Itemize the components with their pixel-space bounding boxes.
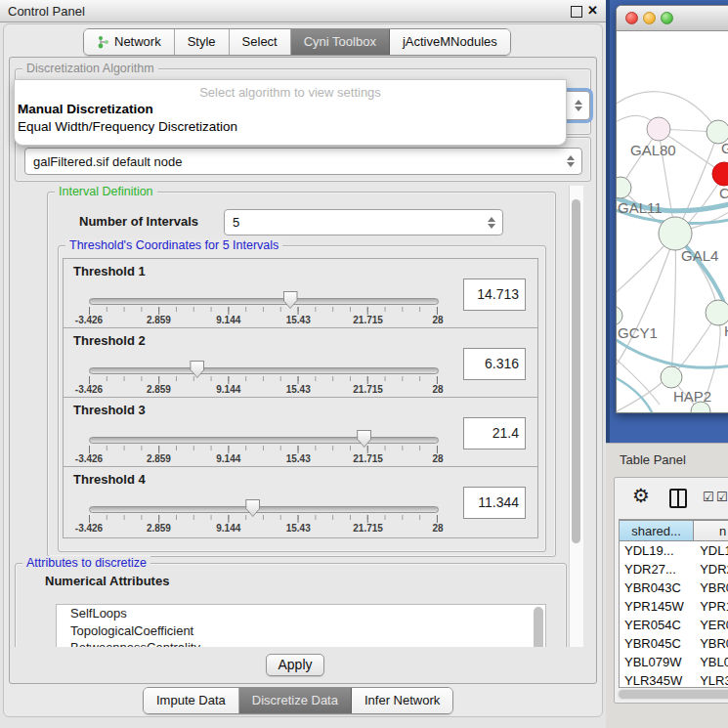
slider-tick-labels: -3.426 2.859 9.144 15.43 21.715 28 — [89, 453, 438, 465]
tick-label: 9.144 — [216, 315, 240, 325]
column-header-shared-name[interactable]: shared... — [620, 520, 694, 541]
threshold-label: Threshold 2 — [73, 333, 146, 348]
minimize-traffic-light-icon[interactable] — [643, 12, 656, 24]
control-panel-title: Control Panel — [8, 4, 85, 19]
slider-tick-labels: -3.426 2.859 9.144 15.43 21.715 28 — [89, 523, 438, 535]
cell: YPR145W — [620, 599, 692, 614]
settings-scrollbar-thumb[interactable] — [572, 199, 580, 543]
tick-label: 2.859 — [147, 315, 171, 325]
node-label-gal80: GAL80 — [630, 142, 676, 158]
tab-infer-network-label: Infer Network — [364, 693, 440, 707]
control-panel-titlebar: Control Panel ✕ — [0, 0, 606, 22]
column-header-name[interactable]: n — [694, 520, 728, 541]
tab-style[interactable]: Style — [175, 29, 230, 55]
table-panel-card: ⚙ ☑ ☑ shared... n YDL19... YDL1 YDR27...… — [614, 477, 728, 704]
table-header-row: shared... n — [620, 520, 728, 541]
tab-cyni-toolbox[interactable]: Cyni Toolbox — [291, 29, 390, 55]
list-item[interactable]: BetweennessCentrality — [57, 639, 545, 647]
tab-impute-data[interactable]: Impute Data — [144, 688, 239, 713]
threshold-row: Threshold 2 -3.426 2.859 9.144 15.43 21.… — [63, 327, 538, 400]
node-gal11[interactable] — [617, 177, 631, 198]
tick-label: 21.715 — [353, 384, 383, 395]
tick-label: 21.715 — [353, 453, 383, 464]
table-data-combobox[interactable]: galFiltered.sif default node — [24, 148, 582, 175]
node-hap2[interactable] — [661, 366, 682, 388]
tab-discretize-data[interactable]: Discretize Data — [239, 688, 352, 713]
slider-track[interactable] — [89, 298, 439, 305]
columns-icon[interactable] — [669, 489, 687, 508]
num-intervals-combobox[interactable]: 5 — [224, 209, 503, 236]
cell: YBR0 — [692, 580, 728, 595]
tab-select[interactable]: Select — [230, 29, 291, 55]
threshold-value-field[interactable]: 21.4 — [463, 417, 526, 450]
list-item[interactable]: SelfLoops — [57, 605, 545, 622]
table-row[interactable]: YDR27... YDR2 — [620, 560, 728, 578]
node-gal4[interactable] — [659, 217, 692, 250]
network-graph: GAL80 G C GAL11 GAL4 GCY1 H HAP2 — [617, 31, 728, 412]
slider-ticks — [89, 307, 438, 315]
slider-ticks — [89, 515, 438, 523]
node-label-gal4: GAL4 — [681, 247, 718, 264]
popup-option-manual-discretization[interactable]: Manual Discretization — [18, 102, 153, 116]
threshold-value-field[interactable]: 6.316 — [463, 348, 526, 380]
cell: YBR0 — [692, 636, 728, 651]
threshold-value-field[interactable]: 14.713 — [463, 278, 526, 311]
tick-label: 28 — [432, 453, 443, 464]
network-window-titlebar[interactable] — [617, 6, 728, 31]
list-item[interactable]: TopologicalCoefficient — [57, 622, 545, 640]
zoom-traffic-light-icon[interactable] — [661, 12, 673, 24]
table-data-selected-value: galFiltered.sif default node — [33, 154, 182, 169]
table-row[interactable]: YBR043C YBR0 — [620, 578, 728, 597]
tab-infer-network[interactable]: Infer Network — [352, 688, 452, 713]
checkbox-icon[interactable]: ☑ — [703, 490, 714, 504]
slider-ticks — [89, 376, 438, 384]
slider-track[interactable] — [89, 506, 439, 513]
table-row[interactable]: YDL19... YDL1 — [620, 541, 728, 560]
apply-button[interactable]: Apply — [266, 654, 324, 676]
tab-cyni-toolbox-label: Cyni Toolbox — [304, 34, 376, 49]
slider-track[interactable] — [89, 367, 439, 374]
table-row[interactable]: YPR145W YPR1 — [620, 597, 728, 616]
threshold-label: Threshold 4 — [73, 472, 146, 487]
tick-label: 21.715 — [353, 315, 383, 325]
table-horizontal-scrollbar-thumb[interactable] — [619, 690, 728, 699]
table-row[interactable]: YBL079W YBL0 — [620, 653, 728, 671]
cell: YDR2 — [692, 562, 728, 577]
threshold-value-field[interactable]: 11.344 — [463, 487, 526, 519]
node-label-partial-g: G — [721, 140, 728, 156]
thresholds-group-label: Threshold's Coordinates for 5 Intervals — [65, 238, 282, 252]
node-gal80[interactable] — [647, 117, 670, 141]
node-label-gcy1: GCY1 — [618, 324, 658, 341]
tick-label: 28 — [432, 315, 443, 325]
tab-network[interactable]: Network — [84, 29, 175, 55]
bottom-tab-bar: Impute Data Discretize Data Infer Networ… — [143, 687, 453, 714]
checkbox-icon[interactable]: ☑ — [716, 490, 728, 504]
popup-option-equal-width-frequency[interactable]: Equal Width/Frequency Discretization — [18, 119, 237, 134]
threshold-label: Threshold 1 — [73, 264, 146, 278]
slider-ticks — [89, 446, 438, 453]
slider-track[interactable] — [89, 437, 439, 444]
node-gcy1[interactable] — [617, 306, 622, 325]
tick-label: 2.859 — [147, 384, 171, 395]
tick-label: 15.43 — [286, 453, 311, 464]
tab-jactivemnodules[interactable]: jActiveMNodules — [390, 29, 510, 55]
close-traffic-light-icon[interactable] — [625, 12, 638, 24]
list-scrollbar[interactable] — [534, 607, 543, 647]
network-canvas[interactable]: GAL80 G C GAL11 GAL4 GCY1 H HAP2 — [617, 31, 728, 412]
settings-scrollbar[interactable] — [569, 186, 583, 647]
gear-icon[interactable]: ⚙ — [632, 484, 650, 507]
close-icon[interactable]: ✕ — [587, 3, 598, 18]
table-row[interactable]: YBR045C YBR0 — [620, 634, 728, 653]
float-window-icon[interactable] — [571, 6, 582, 18]
cell: YBR043C — [620, 580, 692, 595]
algorithm-dropdown-popup: Select algorithm to view settings Manual… — [14, 79, 567, 146]
node-red-selected[interactable] — [712, 162, 728, 186]
table-row[interactable]: YLR345W YLR3 — [620, 671, 728, 688]
cell: YBL0 — [692, 655, 728, 669]
num-intervals-value: 5 — [233, 215, 239, 230]
tick-label: -3.426 — [75, 315, 103, 325]
table-horizontal-scrollbar[interactable] — [618, 689, 728, 700]
network-window[interactable]: GAL80 G C GAL11 GAL4 GCY1 H HAP2 — [616, 5, 728, 413]
table-row[interactable]: YER054C YER0 — [620, 616, 728, 634]
num-intervals-label: Number of Intervals — [79, 214, 198, 229]
